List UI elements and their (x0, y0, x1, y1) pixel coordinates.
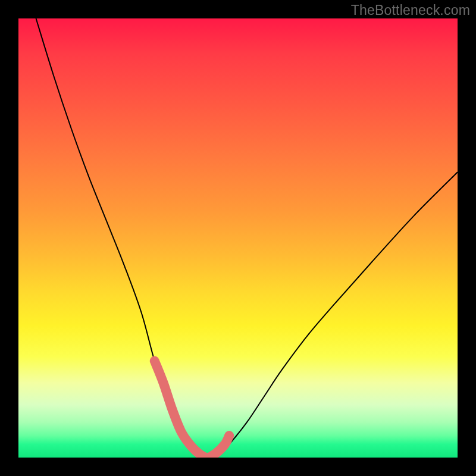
watermark-text: TheBottleneck.com (351, 2, 470, 18)
plot-area (18, 18, 458, 458)
bottleneck-curve-path (36, 18, 458, 458)
chart-svg (18, 18, 458, 458)
highlight-band-path (155, 361, 229, 458)
chart-frame: TheBottleneck.com (0, 0, 476, 476)
